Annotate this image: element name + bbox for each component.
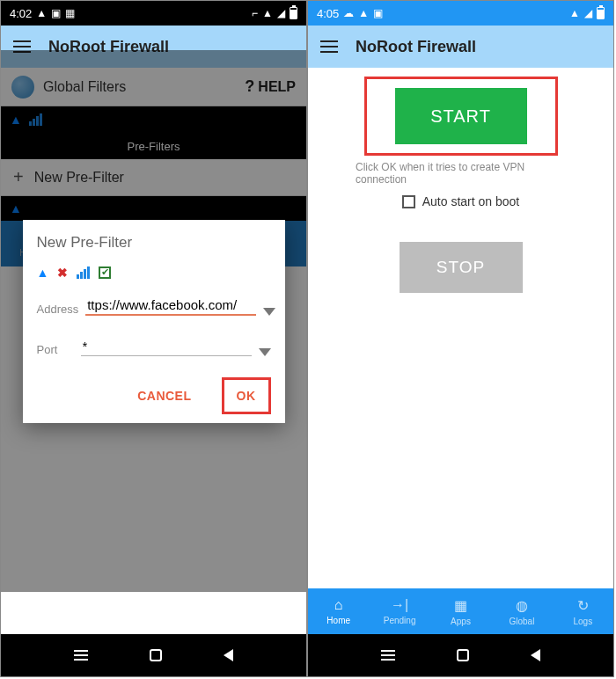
modal-overlay[interactable]: New Pre-Filter ▲ ✖ ✔ Address Port <box>1 50 306 592</box>
vpn-note: Click OK when it tries to create VPN con… <box>356 161 566 186</box>
image-icon: ▣ <box>373 7 383 19</box>
autostart-row[interactable]: Auto start on boot <box>320 194 601 208</box>
statusbar: 4:05 ☁ ▲ ▣ ▲ ◢ <box>308 1 613 26</box>
wifi-icon[interactable]: ▲ <box>37 266 49 280</box>
statusbar: 4:02 ▲ ▣ ▦ ⌐ ▲ ◢ <box>1 1 306 26</box>
menu-icon[interactable] <box>320 40 338 53</box>
autostart-label: Auto start on boot <box>422 194 520 208</box>
globe-icon: ◍ <box>516 597 528 614</box>
dialog-title: New Pre-Filter <box>37 234 271 252</box>
nav-label: Home <box>326 616 350 625</box>
home-button[interactable] <box>457 649 469 661</box>
address-label: Address <box>37 303 79 316</box>
phone-left: 4:02 ▲ ▣ ▦ ⌐ ▲ ◢ NoRoot Firewall Glo <box>1 1 306 676</box>
cancel-button[interactable]: CANCEL <box>125 377 203 414</box>
address-input[interactable] <box>85 296 256 316</box>
start-highlight: START <box>364 77 558 156</box>
home-icon: ⌂ <box>334 597 343 613</box>
block-wifi-icon[interactable]: ✖ <box>57 266 68 280</box>
status-time: 4:02 <box>10 7 32 20</box>
nav-label: Apps <box>451 617 471 626</box>
key-icon: ⌐ <box>252 7 258 19</box>
android-nav <box>1 634 306 676</box>
cloud-icon: ☁ <box>343 7 354 19</box>
nav-label: Logs <box>573 617 592 626</box>
battery-icon <box>597 7 605 19</box>
apps-icon: ▦ <box>454 597 467 614</box>
dialog-actions: CANCEL OK <box>37 377 271 414</box>
app-title: NoRoot Firewall <box>356 38 476 56</box>
flame-icon: ▲ <box>36 7 47 19</box>
cellular-icon[interactable] <box>77 266 90 279</box>
wifi-icon: ▲ <box>262 7 273 19</box>
allow-cell-icon[interactable]: ✔ <box>99 266 111 279</box>
pending-icon: →| <box>391 597 408 613</box>
home-button[interactable] <box>150 649 162 661</box>
bottom-nav: ⌂Home →|Pending ▦Apps ◍Global ↻Logs <box>308 588 613 634</box>
stop-button[interactable]: STOP <box>400 242 523 293</box>
recent-apps-button[interactable] <box>74 650 88 661</box>
dropdown-icon[interactable] <box>259 348 271 356</box>
address-field-row: Address <box>37 296 271 316</box>
logs-icon: ↻ <box>577 597 589 614</box>
wifi-icon: ▲ <box>569 7 580 19</box>
nav-home[interactable]: ⌂Home <box>308 588 369 634</box>
nav-pending[interactable]: →|Pending <box>369 588 429 634</box>
grid-icon: ▦ <box>65 7 75 19</box>
nav-label: Global <box>509 617 534 626</box>
flame-icon: ▲ <box>358 7 369 19</box>
start-button[interactable]: START <box>395 88 527 144</box>
nav-label: Pending <box>384 616 416 625</box>
nav-global[interactable]: ◍Global <box>491 588 552 634</box>
nav-apps[interactable]: ▦Apps <box>430 588 491 634</box>
connection-toggles: ▲ ✖ ✔ <box>37 266 271 280</box>
appbar: NoRoot Firewall <box>308 26 613 68</box>
signal-icon: ◢ <box>584 7 592 19</box>
battery-icon <box>290 7 297 19</box>
home-body: START Click OK when it tries to create V… <box>308 68 613 588</box>
recent-apps-button[interactable] <box>381 650 395 661</box>
status-time: 4:05 <box>317 7 339 20</box>
ok-button[interactable]: OK <box>222 377 271 414</box>
checkbox-icon[interactable] <box>402 195 415 208</box>
android-nav <box>308 634 613 676</box>
port-label: Port <box>37 343 74 356</box>
new-prefilter-dialog: New Pre-Filter ▲ ✖ ✔ Address Port <box>23 220 285 423</box>
dropdown-icon[interactable] <box>263 308 275 316</box>
image-icon: ▣ <box>51 7 61 19</box>
phone-right: 4:05 ☁ ▲ ▣ ▲ ◢ NoRoot Firewall START Cli… <box>308 1 613 676</box>
port-input[interactable] <box>81 337 252 356</box>
signal-icon: ◢ <box>277 7 285 19</box>
back-button[interactable] <box>224 649 233 661</box>
port-field-row: Port <box>37 337 271 356</box>
nav-logs[interactable]: ↻Logs <box>553 588 613 634</box>
back-button[interactable] <box>531 649 540 661</box>
